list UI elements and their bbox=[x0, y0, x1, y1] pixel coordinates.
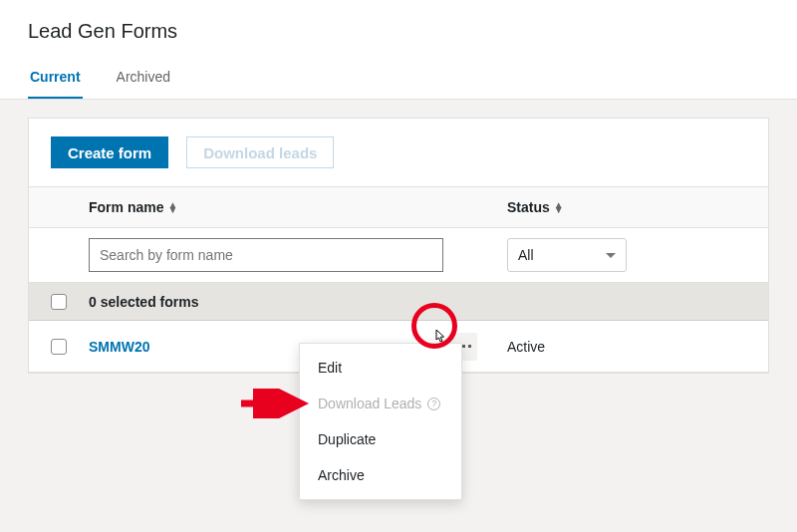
form-name-link[interactable]: SMMW20 bbox=[89, 339, 149, 355]
tab-current[interactable]: Current bbox=[28, 61, 83, 99]
status-filter-label: All bbox=[518, 247, 534, 263]
menu-item-duplicate[interactable]: Duplicate bbox=[300, 421, 461, 457]
tabs: Current Archived bbox=[0, 61, 797, 100]
download-leads-button[interactable]: Download leads bbox=[186, 136, 334, 168]
menu-item-download-leads-label: Download Leads bbox=[318, 396, 421, 411]
menu-item-download-leads[interactable]: Download Leads ? bbox=[300, 386, 461, 421]
search-input[interactable] bbox=[89, 238, 443, 272]
select-all-checkbox[interactable] bbox=[51, 294, 67, 310]
chevron-down-icon bbox=[606, 253, 616, 258]
menu-item-edit[interactable]: Edit bbox=[300, 350, 461, 386]
column-status[interactable]: Status ▲▼ bbox=[507, 199, 564, 215]
filter-row: All bbox=[29, 228, 768, 283]
selection-summary-text: 0 selected forms bbox=[89, 294, 199, 310]
menu-item-archive[interactable]: Archive bbox=[300, 457, 461, 493]
create-form-button[interactable]: Create form bbox=[51, 136, 168, 168]
column-form-name-label: Form name bbox=[89, 199, 163, 215]
kebab-dot bbox=[468, 345, 471, 348]
column-form-name[interactable]: Form name ▲▼ bbox=[89, 199, 177, 215]
status-filter-select[interactable]: All bbox=[507, 238, 627, 272]
selection-summary-row: 0 selected forms bbox=[29, 283, 768, 321]
row-actions-menu: Edit Download Leads ? Duplicate Archive bbox=[299, 343, 462, 500]
sort-icon: ▲▼ bbox=[167, 202, 177, 212]
column-status-label: Status bbox=[507, 199, 550, 215]
row-status: Active bbox=[507, 339, 545, 355]
page-title: Lead Gen Forms bbox=[28, 20, 769, 43]
toolbar: Create form Download leads bbox=[29, 119, 768, 186]
row-checkbox[interactable] bbox=[51, 339, 67, 355]
sort-icon: ▲▼ bbox=[554, 202, 564, 212]
table-header: Form name ▲▼ Status ▲▼ bbox=[29, 186, 768, 228]
help-icon[interactable]: ? bbox=[427, 398, 440, 410]
tab-archived[interactable]: Archived bbox=[115, 61, 172, 99]
